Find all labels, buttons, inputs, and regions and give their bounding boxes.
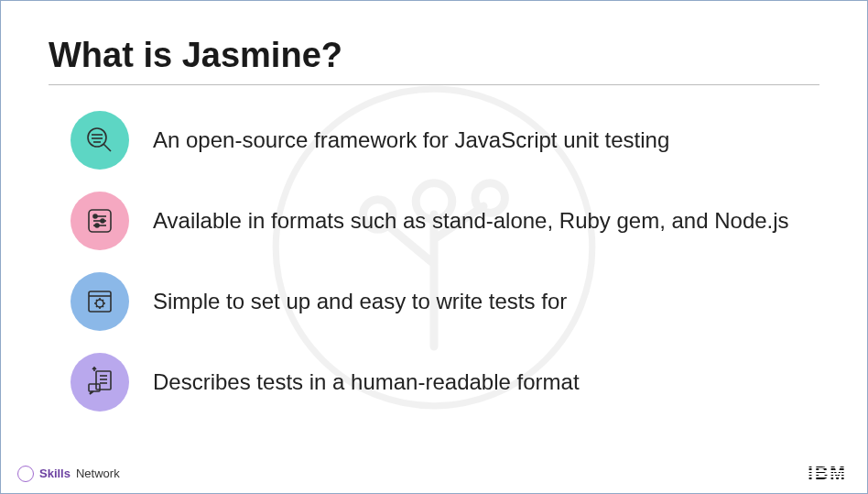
- list-item-text: Available in formats such as stand-alone…: [153, 206, 789, 236]
- search-analysis-icon: [71, 111, 129, 170]
- list-item-text: An open-source framework for JavaScript …: [153, 126, 669, 155]
- svg-point-11: [93, 214, 97, 218]
- page-title: What is Jasmine?: [49, 36, 819, 85]
- skills-light-text: Network: [76, 467, 120, 480]
- list-item: Describes tests in a human-readable form…: [49, 353, 819, 412]
- skills-network-logo: Skills Network: [17, 466, 120, 482]
- gear-window-icon: [71, 272, 129, 331]
- bullet-list: An open-source framework for JavaScript …: [49, 111, 819, 412]
- sliders-icon: [71, 192, 129, 250]
- list-item: Simple to set up and easy to write tests…: [49, 272, 819, 331]
- list-item: Available in formats such as stand-alone…: [49, 192, 819, 250]
- svg-line-5: [103, 144, 111, 151]
- skills-strong-text: Skills: [39, 467, 71, 480]
- skills-logo-icon: [17, 466, 34, 482]
- list-item: An open-source framework for JavaScript …: [49, 111, 819, 170]
- list-item-text: Simple to set up and easy to write tests…: [153, 287, 567, 316]
- svg-point-15: [95, 224, 99, 227]
- document-chat-icon: [71, 353, 129, 412]
- ibm-logo: IBM: [808, 463, 847, 484]
- svg-rect-19: [96, 371, 111, 390]
- slide-content: What is Jasmine? An open-source framewor…: [1, 1, 867, 412]
- list-item-text: Describes tests in a human-readable form…: [153, 368, 580, 397]
- slide-footer: Skills Network IBM: [17, 463, 847, 484]
- svg-point-13: [101, 219, 104, 223]
